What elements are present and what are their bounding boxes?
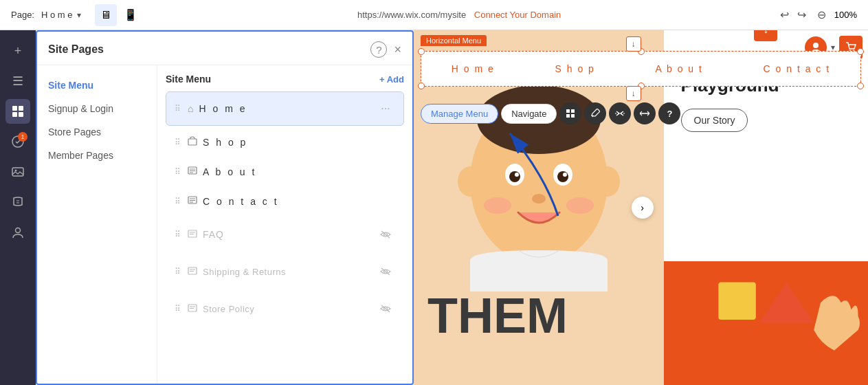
stretch-button[interactable] bbox=[609, 102, 631, 124]
panel-nav: Site Menu Signup & Login Store Pages Mem… bbox=[37, 65, 157, 384]
horizontal-nav: H o m e S h o p A b o u t C o n t a c t bbox=[421, 52, 860, 86]
menu-item-contact[interactable]: ⠿ C o n t a c t bbox=[166, 188, 404, 214]
home-options-button[interactable]: ··· bbox=[376, 99, 395, 118]
menu-item-faq[interactable]: ⠿ FAQ bbox=[166, 217, 404, 252]
panel-close-button[interactable]: × bbox=[394, 43, 401, 57]
sidebar-item-members[interactable] bbox=[5, 220, 30, 245]
sidebar-item-pages[interactable] bbox=[5, 99, 30, 124]
panel-content-header: Site Menu + Add bbox=[166, 74, 404, 85]
menu-item-faq-actions bbox=[376, 225, 395, 244]
menu-item-store-policy[interactable]: ⠿ Store Policy bbox=[166, 292, 404, 326]
redo-button[interactable]: ↪ bbox=[794, 6, 809, 24]
edit-button[interactable] bbox=[584, 102, 606, 124]
content-title: Site Menu bbox=[166, 74, 211, 85]
drag-handle-icon: ⠿ bbox=[175, 267, 181, 276]
blog-icon bbox=[11, 195, 25, 209]
left-sidebar: + ☰ 1 bbox=[0, 30, 36, 385]
nav-contact[interactable]: C o n t a c t bbox=[755, 60, 839, 77]
svg-marker-46 bbox=[759, 283, 813, 323]
canvas-area: THEM › ↕ About thePlayground Our Story bbox=[414, 30, 868, 385]
stretch-icon bbox=[615, 109, 625, 118]
svg-rect-45 bbox=[718, 283, 756, 320]
svg-rect-5 bbox=[12, 168, 23, 176]
sidebar-item-menu[interactable]: ☰ bbox=[5, 69, 30, 94]
layout-button[interactable] bbox=[559, 102, 581, 124]
panel-help-button[interactable]: ? bbox=[370, 41, 387, 58]
nav-about[interactable]: A b o u t bbox=[647, 60, 711, 77]
shipping-visibility-button[interactable] bbox=[376, 262, 395, 281]
baby-text: THEM bbox=[427, 287, 568, 344]
mobile-device-btn[interactable]: 📱 bbox=[120, 4, 142, 26]
drag-handle-icon: ⠿ bbox=[175, 167, 181, 177]
notification-badge: 1 bbox=[18, 132, 27, 142]
nav-item-store-pages[interactable]: Store Pages bbox=[37, 120, 157, 144]
help-button[interactable]: ? bbox=[658, 102, 680, 124]
drag-handle-icon: ⠿ bbox=[175, 138, 181, 147]
nav-shop[interactable]: S h o p bbox=[547, 60, 603, 77]
page-name: H o m e bbox=[41, 10, 73, 20]
svg-point-47 bbox=[813, 43, 819, 48]
up-arrow-button[interactable]: ↕ bbox=[754, 30, 777, 41]
menu-arrow-down[interactable]: ↓ bbox=[626, 86, 641, 101]
drag-handle-icon: ⠿ bbox=[175, 230, 181, 239]
menu-item-store-policy-actions bbox=[376, 299, 395, 318]
svg-point-38 bbox=[509, 171, 520, 182]
manage-menu-button[interactable]: Manage Menu bbox=[421, 104, 498, 124]
pages-icon bbox=[11, 104, 25, 118]
undo-button[interactable]: ↩ bbox=[777, 6, 792, 24]
menu-item-shop[interactable]: ⠿ S h o p bbox=[166, 129, 404, 155]
panel-header: Site Pages ? × bbox=[37, 32, 412, 65]
width-button[interactable] bbox=[634, 102, 656, 124]
chevron-down-icon: ▾ bbox=[77, 10, 81, 20]
resize-handle-top-left[interactable] bbox=[418, 48, 425, 55]
panel-content: Site Menu + Add ⠿ ⌂ H o m e ··· ⠿ S h o … bbox=[157, 65, 412, 384]
nav-item-signup-login[interactable]: Signup & Login bbox=[37, 97, 157, 120]
blocks-illustration bbox=[664, 261, 868, 385]
resize-handle-bottom-right[interactable] bbox=[857, 82, 864, 89]
sidebar-item-add[interactable]: + bbox=[5, 38, 30, 63]
add-page-button[interactable]: + Add bbox=[379, 74, 404, 85]
eye-hidden-icon bbox=[380, 305, 391, 313]
svg-rect-50 bbox=[566, 109, 570, 113]
svg-rect-0 bbox=[12, 106, 17, 111]
media-icon bbox=[11, 165, 25, 179]
faq-page-icon bbox=[188, 229, 197, 241]
nav-item-site-menu[interactable]: Site Menu bbox=[37, 74, 157, 97]
sidebar-item-blog[interactable] bbox=[5, 190, 30, 214]
svg-point-41 bbox=[563, 173, 567, 177]
nav-home[interactable]: H o m e bbox=[443, 60, 503, 77]
panel-title: Site Pages bbox=[48, 43, 104, 56]
svg-rect-2 bbox=[12, 112, 17, 117]
menu-item-shipping[interactable]: ⠿ Shipping & Returns bbox=[166, 254, 404, 289]
store-policy-visibility-button[interactable] bbox=[376, 299, 395, 318]
menu-item-about[interactable]: ⠿ A b o u t bbox=[166, 158, 404, 185]
connect-domain-link[interactable]: Connect Your Domain bbox=[474, 10, 561, 20]
resize-handle-top-right[interactable] bbox=[857, 48, 864, 55]
resize-handle-bottom-left[interactable] bbox=[418, 82, 425, 89]
nav-item-member-pages[interactable]: Member Pages bbox=[37, 144, 157, 167]
menu-arrow-up[interactable]: ↓ bbox=[626, 36, 641, 52]
members-icon bbox=[11, 226, 25, 239]
our-story-button[interactable]: Our Story bbox=[681, 109, 748, 132]
zoom-out-button[interactable]: ⊖ bbox=[814, 6, 829, 24]
svg-point-6 bbox=[15, 170, 17, 172]
menu-item-about-label: A b o u t bbox=[203, 166, 395, 177]
svg-point-7 bbox=[16, 228, 21, 233]
help-icon: ? bbox=[667, 109, 672, 119]
desktop-device-btn[interactable]: 🖥 bbox=[95, 4, 117, 26]
horizontal-menu-bar: Horizontal Menu H o m e S h o p A b o u … bbox=[421, 51, 861, 87]
navigate-button[interactable]: Navigate bbox=[501, 104, 557, 124]
page-selector[interactable]: Page: H o m e ▾ bbox=[11, 10, 81, 20]
sidebar-item-media[interactable] bbox=[5, 160, 30, 184]
menu-item-store-policy-label: Store Policy bbox=[203, 304, 370, 314]
next-slide-button[interactable]: › bbox=[632, 197, 654, 219]
shipping-page-icon bbox=[188, 266, 197, 278]
home-page-icon: ⌂ bbox=[188, 103, 193, 114]
menu-item-home[interactable]: ⠿ ⌂ H o m e ··· bbox=[166, 91, 404, 126]
pencil-icon bbox=[590, 109, 600, 118]
svg-rect-52 bbox=[566, 114, 570, 118]
topbar: Page: H o m e ▾ 🖥 📱 https://www.wix.com/… bbox=[0, 0, 868, 30]
topbar-right: ↩ ↪ ⊖ 100% bbox=[777, 6, 857, 24]
sidebar-item-apps[interactable]: 1 bbox=[5, 129, 30, 154]
faq-visibility-button[interactable] bbox=[376, 225, 395, 244]
